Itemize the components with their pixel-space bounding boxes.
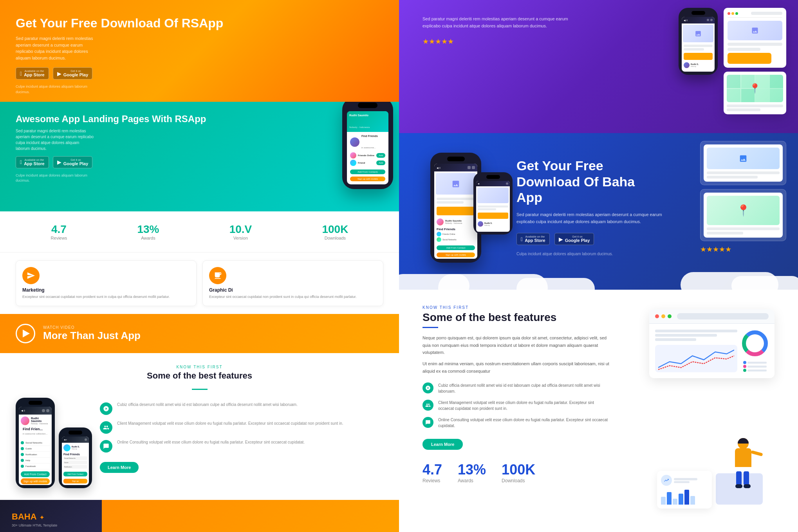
left-phone-tertiary: ◀ ≡ Rudhi S. Nobody [59,427,92,488]
blue-app-store-btn[interactable]:  Available on the App Store [516,233,550,245]
phone-notch-2 [29,401,42,405]
feature-bullet-3: Online Consulting volutpat velit esse ci… [100,439,383,453]
blue-footnote: Culpa incidunt atque dolores aliquam lab… [516,251,673,257]
blue-google-play-btn[interactable]: ▶ Get it on Google Play [554,233,594,245]
play-button[interactable] [16,324,35,343]
sign-up-green-btn[interactable]: Sign up with mobile [350,177,385,181]
features-bullets: Cubiz officia deserunt nollit amet wisi … [100,398,383,473]
right-illustration [626,305,775,516]
left-green-section: Awesome App Landing Pages With RSApp Sed… [0,102,399,211]
left-hero-footnote: Culpe incidunt atque dolores aliquam lab… [16,84,94,95]
add-friend-btn-2[interactable]: Add [376,161,385,165]
menu-dot-3 [21,453,24,456]
feat-card-design: Graphic Di Excepteur sint occaecat cupid… [202,260,383,306]
menu-dot-2 [21,447,24,450]
learn-more-btn-left[interactable]: Learn More [100,462,139,473]
app-store-text: Available on the App Store [24,70,45,77]
r-feat-icon-1 [422,382,433,393]
friend-name-2: Friend [358,162,375,164]
menu-item-4: Help [21,458,50,463]
blue-phone-wrapper: ◀ ≡ [422,149,501,274]
phone-signup-btn[interactable]: Sign up with mobile [21,478,50,484]
app-store-text-green: Available on the App Store [24,159,45,166]
right-stat-downloads: 100K Downloads [502,462,535,483]
menu-dot-5 [21,465,24,468]
menu-item-3: Notification [21,452,50,458]
right-feature-bullet-1: Cubiz officia deserunt nollit amet wisi … [422,382,610,394]
blue-stars: ★★★★★ [700,245,786,254]
google-play-icon: ▶ [57,70,61,77]
left-green-footnote: Culpe incidunt atque dolores aliquam lab… [16,173,94,184]
blue-phone-add-btn[interactable]: Add From Contact [437,245,475,250]
left-green-google-play-btn[interactable]: ▶ Get it on Google Play [53,156,93,168]
left-hero-app-store-btn[interactable]:  Available on the App Store [16,67,49,79]
analytics-window [649,309,775,378]
left-hero-subtitle: Sed paratur magni deleriti rem molestias… [16,35,94,61]
ui-card-1 [724,8,786,68]
left-green-app-store-btn[interactable]:  Available on the App Store [16,156,49,168]
blue-phone-signup-btn[interactable]: Sign up with mobile [437,252,475,257]
friend-avatar-1 [350,152,356,159]
phone2-ff-sub: in awesome collection... [21,432,50,437]
blue-phone-notch [447,157,465,161]
phone-icon-2 [46,409,49,412]
phone3-add-btn[interactable]: Add From Contact [63,472,87,476]
stat-downloads: 100K Downloads [322,223,348,240]
right-panel: Sed paratur magni deleriti rem molestias… [399,0,798,532]
right-learn-more-btn[interactable]: Learn More [422,439,463,450]
stats-bar: 4.7 Reviews 13% Awards 10.V Version 100K… [0,211,399,252]
phone-icon-1 [42,409,45,412]
friend-avatar-2 [350,160,356,166]
blue-ui-overlay: 📍 ★★★★★ [700,141,786,254]
right-feature-bullet-3: Online Consulting volutpat velit esse ci… [422,417,610,429]
friend-name-1: Friends Online [358,154,375,157]
phone-screen-2: ◀ ≡ Rudhi Saumilo [19,407,52,485]
section-underline-2 [192,389,208,390]
green-phone-mockup: Rudhi Saumilo Nobody - Indonesia Find Fr… [329,102,399,189]
phone2-avatar [21,417,29,425]
feature-bullet-content-2: Client Management volutpat velit esse ci… [117,420,383,426]
baha-section: BAHA ✦ 30+ Ultimate HTML Template Rudhi … [0,500,102,532]
right-stat-rating: 4.7 Reviews [422,462,442,483]
right-ui-cards-stack: 📍 [724,8,786,114]
phone-user-name: Rudhi Saumilo [349,114,386,118]
right-feature-bullet-2: Client Management volutpat velit esse ci… [422,400,610,411]
feature-bullet-content-3: Online Consulting volutpat velit esse ci… [117,439,383,445]
blue-overlay-card-2: 📍 [700,189,786,241]
google-play-text: Get it on Google Play [63,70,88,77]
baha-row: BAHA ✦ 30+ Ultimate HTML Template Rudhi … [0,500,399,532]
phone-notch [358,103,377,108]
purple-phone: ◀ ≡ [679,8,718,75]
feat-card-design-title: Graphic Di [209,287,377,293]
bottom-underline [422,327,438,328]
phone3-signup-btn[interactable]: Sign up [63,479,87,483]
phone-add-contacts-btn[interactable]: Add From Contact [21,471,50,477]
left-hero-title: Get Your Free Download Of RSApp [16,16,383,31]
right-top-subtitle: Sed paratur magni deleriti rem molestias… [422,16,579,29]
add-friend-contacts-btn[interactable]: Add From Contacts [350,170,385,174]
feature-bullet-1: Cubiz officia deserunt nollit amet wisi … [100,402,383,415]
design-icon [209,267,226,284]
google-play-text-green: Get it on Google Play [63,159,88,166]
map-card: 📍 [724,72,786,114]
marketing-icon [22,267,40,284]
decorative-box [716,473,763,505]
left-video-section: WATCH VIDEO More Than Just App [0,314,399,353]
right-bottom-desc2: Ut enim ad minima veniam, quis nostrum e… [422,360,610,375]
phone-avatar [350,137,359,147]
r-feat-icon-3 [422,417,433,428]
feat-card-marketing: Marketing Excepteur sint occaecat cupida… [16,260,197,306]
add-friend-btn-1[interactable]: Add [376,153,385,158]
blue-overlay-card-1 [700,141,786,185]
left-hero-google-play-btn[interactable]: ▶ Get it on Google Play [53,67,93,79]
google-play-icon-blue: ▶ [559,236,563,242]
menu-dot-1 [21,441,24,444]
blue-phone-secondary: ◀ [473,172,513,234]
left-hero-section: Get Your Free Download Of RSApp Sed para… [0,0,399,102]
menu-dot-4 [21,459,24,462]
menu-item-1: Social Networks [21,440,50,446]
video-text: WATCH VIDEO More Than Just App [43,325,141,342]
phone-notch-3 [69,431,82,435]
phone-screen: Rudhi Saumilo Nobody - Indonesia Find Fr… [347,111,388,184]
feat-card-design-desc: Excepteur sint occaecat cupidatat non pr… [209,294,377,299]
